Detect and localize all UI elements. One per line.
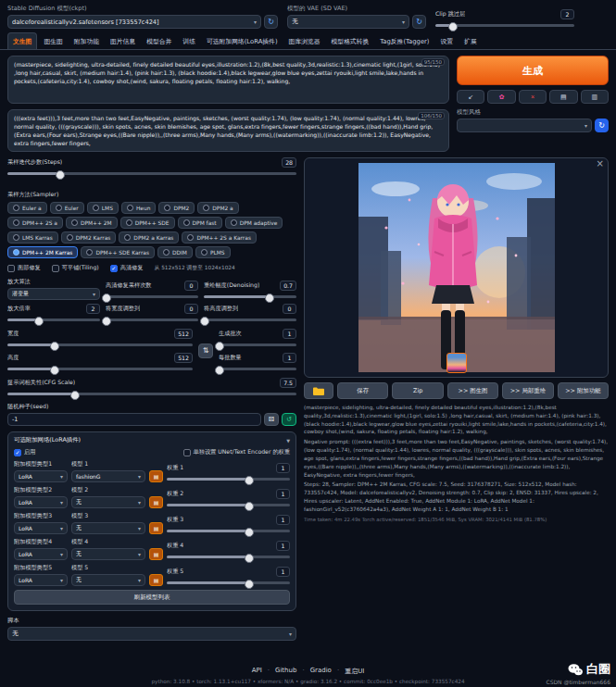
api-link[interactable]: API — [252, 667, 262, 676]
lora-model-dropdown[interactable]: 无 ▾ — [71, 496, 145, 508]
random-seed-button[interactable]: ⚄ — [264, 413, 279, 426]
lora-weight-slider-track[interactable] — [167, 504, 290, 506]
model-metadata-button[interactable]: ▤ — [149, 548, 163, 560]
upscaler-dropdown[interactable]: 潜变量 ▾ — [7, 288, 100, 300]
lora-enable-checkbox[interactable]: 启用 — [14, 448, 35, 456]
sampler-dpm2-karras[interactable]: DPM2 Karras — [61, 231, 117, 244]
gallery-thumbnail[interactable] — [446, 353, 467, 373]
lora-type-dropdown[interactable]: LoRA ▾ — [14, 548, 68, 560]
tab-tagger[interactable]: Tag反推(Tagger) — [375, 33, 434, 49]
negative-prompt-input[interactable]: (((extra feet))),3 feet,more than two fe… — [14, 114, 443, 147]
lora-weight-value-input[interactable]: 1 — [276, 489, 290, 499]
sampler-euler[interactable]: Euler — [50, 202, 84, 214]
hires-fix-checkbox[interactable]: 高清修复 — [110, 264, 144, 272]
width-slider-track[interactable] — [7, 344, 193, 346]
cfg-scale-value-input[interactable]: 7.5 — [280, 378, 296, 388]
sampler-dpmpp-2m[interactable]: DPM++ 2M — [66, 217, 118, 229]
apply-style-button[interactable]: ▤ — [549, 90, 577, 104]
lora-model-dropdown[interactable]: 无 ▾ — [71, 548, 145, 560]
send-to-inpaint-button[interactable]: >> 局部重绘 — [502, 382, 553, 399]
reuse-seed-button[interactable]: ↺ — [282, 413, 296, 426]
clear-prompt-button[interactable]: × — [519, 90, 547, 104]
lora-type-dropdown[interactable]: LoRA ▾ — [14, 470, 68, 482]
model-metadata-button[interactable]: ▤ — [149, 522, 163, 534]
additional-networks-accordion[interactable]: 可选附加网络(LoRA插件) ▼ — [14, 436, 290, 444]
swap-dimensions-button[interactable]: ⇅ — [198, 344, 213, 358]
height-slider-track[interactable] — [7, 368, 193, 370]
checkpoint-dropdown[interactable]: dalceforealisticallyv2.safetensors [7335… — [7, 15, 261, 29]
hires-steps-value-input[interactable]: 0 — [184, 281, 198, 291]
batch-size-value-input[interactable]: 1 — [283, 353, 296, 363]
batch-count-value-input[interactable]: 1 — [283, 329, 296, 339]
tab-image-browser[interactable]: 图库浏览器 — [284, 33, 325, 49]
lora-weight-value-input[interactable]: 1 — [276, 463, 290, 473]
resize-width-value-input[interactable]: 0 — [184, 304, 198, 314]
clip-skip-value-input[interactable]: 2 — [560, 9, 574, 19]
denoising-value-input[interactable]: 0.7 — [280, 281, 296, 291]
tab-settings[interactable]: 设置 — [436, 33, 459, 49]
save-button[interactable]: 保存 — [337, 382, 388, 399]
lora-type-dropdown[interactable]: LoRA ▾ — [14, 574, 68, 586]
refresh-models-button[interactable]: 刷新模型列表 — [14, 590, 290, 605]
sampler-dpmpp-sde-karras[interactable]: DPM++ SDE Karras — [81, 246, 155, 258]
tab-additional-networks[interactable]: 可选附加网络(LoRA插件) — [202, 33, 283, 49]
tab-model-converter[interactable]: 模型格式转换 — [327, 33, 374, 49]
model-metadata-button[interactable]: ▤ — [149, 470, 163, 482]
tab-txt2img[interactable]: 文生图 — [7, 32, 37, 49]
model-metadata-button[interactable]: ▤ — [149, 496, 163, 508]
lora-type-dropdown[interactable]: LoRA ▾ — [14, 522, 68, 534]
open-folder-button[interactable] — [304, 382, 333, 399]
sampler-dpmpp-2s-a[interactable]: DPM++ 2S a — [7, 217, 63, 229]
gradio-link[interactable]: Gradio — [310, 667, 332, 676]
sampler-plms[interactable]: PLMS — [195, 246, 231, 258]
sampler-dpm-adaptive[interactable]: DPM adaptive — [225, 217, 283, 229]
lora-model-dropdown[interactable]: 无 ▾ — [71, 574, 145, 586]
steps-value-input[interactable]: 28 — [282, 157, 296, 168]
sampler-dpm-fast[interactable]: DPM fast — [178, 217, 222, 229]
batch-count-slider-track[interactable] — [219, 344, 296, 346]
save-style-button[interactable]: ▥ — [581, 90, 609, 104]
zip-button[interactable]: Zip — [392, 382, 443, 399]
reload-ui-link[interactable]: 重启UI — [345, 667, 364, 676]
sampler-dpmpp-sde[interactable]: DPM++ SDE — [120, 217, 175, 229]
lora-weight-value-input[interactable]: 1 — [276, 541, 290, 551]
clip-skip-slider-track[interactable] — [435, 24, 574, 27]
close-image-button[interactable]: × — [597, 158, 604, 169]
sampler-dpm2[interactable]: DPM2 — [158, 202, 195, 214]
refresh-checkpoint-button[interactable]: ↻ — [264, 15, 278, 29]
tab-extensions[interactable]: 扩展 — [459, 33, 482, 49]
resize-height-slider-track[interactable] — [204, 319, 296, 321]
tab-checkpoint-merger[interactable]: 模型合并 — [142, 33, 176, 49]
height-value-input[interactable]: 512 — [174, 353, 193, 363]
sampler-dpm2-a-karras[interactable]: DPM2 a Karras — [119, 231, 179, 244]
lora-weight-slider-track[interactable] — [167, 530, 290, 532]
lora-type-dropdown[interactable]: LoRA ▾ — [14, 496, 68, 508]
send-to-extras-button[interactable]: >> 附加功能 — [558, 382, 609, 399]
lora-weight-slider-track[interactable] — [167, 478, 290, 481]
restore-faces-checkbox[interactable]: 面部修复 — [7, 264, 41, 272]
github-link[interactable]: Github — [275, 667, 296, 676]
tab-png-info[interactable]: 图片信息 — [106, 33, 140, 49]
denoising-slider-track[interactable] — [204, 295, 296, 298]
sampler-dpmpp-2m-karras[interactable]: DPM++ 2M Karras — [7, 246, 78, 258]
sampler-lms-karras[interactable]: LMS Karras — [7, 231, 58, 244]
positive-prompt-input[interactable]: (masterpiece, sidelighting, ultra-detail… — [14, 60, 443, 99]
tab-img2img[interactable]: 图生图 — [39, 33, 67, 49]
sampler-dpm2-a[interactable]: DPM2 a — [197, 202, 238, 214]
extra-networks-button[interactable]: ✿ — [487, 90, 515, 104]
upscale-by-slider-track[interactable] — [7, 319, 100, 321]
batch-size-slider-track[interactable] — [219, 368, 296, 370]
generate-button[interactable]: 生成 — [457, 56, 609, 85]
cfg-scale-slider-track[interactable] — [7, 393, 296, 395]
resize-height-value-input[interactable]: 0 — [283, 304, 296, 314]
seed-input[interactable]: -1 — [7, 413, 261, 426]
lora-model-dropdown[interactable]: 无 ▾ — [71, 522, 145, 534]
refresh-vae-button[interactable]: ↻ — [412, 15, 426, 29]
tab-train[interactable]: 训练 — [178, 33, 200, 49]
sampler-lms[interactable]: LMS — [87, 202, 119, 214]
width-value-input[interactable]: 512 — [174, 329, 193, 339]
upscale-by-value-input[interactable]: 2 — [86, 304, 100, 314]
sampler-ddim[interactable]: DDIM — [157, 246, 193, 258]
model-metadata-button[interactable]: ▤ — [149, 574, 163, 586]
lora-model-dropdown[interactable]: fashionG ▾ — [71, 470, 145, 482]
